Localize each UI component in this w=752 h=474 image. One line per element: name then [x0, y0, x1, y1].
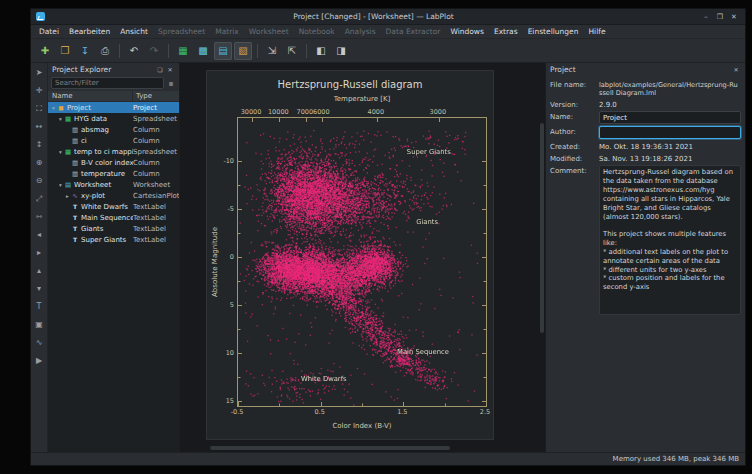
- filter-options-icon[interactable]: ≣: [166, 78, 176, 88]
- annotation-white-dwarfs[interactable]: White Dwarfs: [301, 375, 347, 383]
- tree-row-temperature[interactable]: ▥temperatureColumn: [48, 168, 179, 179]
- auto-scale-tool-icon[interactable]: ⤢: [33, 192, 46, 205]
- menu-worksheet[interactable]: Worksheet: [244, 27, 294, 36]
- menu-windows[interactable]: Windows: [445, 27, 488, 36]
- column-header-type[interactable]: Type: [133, 91, 179, 101]
- new-worksheet-button[interactable]: ▤: [214, 42, 232, 60]
- new-spreadsheet-button[interactable]: ▦: [174, 42, 192, 60]
- menu-bearbeiten[interactable]: Bearbeiten: [64, 27, 115, 36]
- tree-row-ci[interactable]: ▥ciColumn: [48, 135, 179, 146]
- titlebar[interactable]: Project [Changed] - [Worksheet] — LabPlo…: [31, 9, 745, 25]
- name-input[interactable]: Project: [599, 111, 741, 124]
- properties-header[interactable]: Project ✕: [546, 63, 745, 76]
- new-notebook-button[interactable]: ▧: [234, 42, 252, 60]
- column-header-name[interactable]: Name: [48, 91, 133, 101]
- close-button[interactable]: ✕: [728, 11, 740, 23]
- search-filter-input[interactable]: Search/Filter: [51, 77, 164, 89]
- shift-down-tool-icon[interactable]: ▾: [33, 282, 46, 295]
- maximize-button[interactable]: ❒: [714, 11, 726, 23]
- menu-ansicht[interactable]: Ansicht: [115, 27, 153, 36]
- zoom-in-tool-icon[interactable]: ⊕: [33, 156, 46, 169]
- menu-spreadsheet[interactable]: Spreadsheet: [153, 27, 210, 36]
- float-dock-icon[interactable]: ❏: [155, 65, 165, 75]
- annotation-super-giants[interactable]: Super Giants: [407, 148, 451, 156]
- menu-hilfe[interactable]: Hilfe: [583, 27, 610, 36]
- tree-row-giants[interactable]: TGiantsTextLabel: [48, 223, 179, 234]
- zoom-select-tool-icon[interactable]: ⛶: [33, 102, 46, 115]
- auto-scale-x-tool-icon[interactable]: ⇿: [33, 210, 46, 223]
- tree-row-b-v-color-index[interactable]: ▥B-V color indexColumn: [48, 157, 179, 168]
- menu-extras[interactable]: Extras: [489, 27, 523, 36]
- tick-label: 15: [214, 397, 234, 405]
- scatter-canvas[interactable]: [238, 118, 486, 406]
- menu-data-extractor[interactable]: Data Extractor: [381, 27, 446, 36]
- tree-row-worksheet[interactable]: ▾▤WorksheetWorksheet: [48, 179, 179, 190]
- minimize-button[interactable]: –: [700, 11, 712, 23]
- zoom-out-tool-icon[interactable]: ⊖: [33, 174, 46, 187]
- tree-header: Name Type: [48, 91, 179, 102]
- tree-row-xy-plot[interactable]: ▸∿xy-plotCartesianPlot: [48, 190, 179, 201]
- save-project-button[interactable]: ↧: [76, 42, 94, 60]
- menu-datei[interactable]: Datei: [34, 27, 64, 36]
- expander-icon: [64, 127, 71, 133]
- toggle-project-explorer-button[interactable]: ◧: [312, 42, 330, 60]
- expander-icon[interactable]: ▾: [50, 105, 57, 111]
- tree-row-absmag[interactable]: ▥absmagColumn: [48, 124, 179, 135]
- tree-row-main-sequence[interactable]: TMain SequenceTextLabel: [48, 212, 179, 223]
- close-dock-icon[interactable]: ✕: [731, 65, 741, 75]
- zoom-y-tool-icon[interactable]: ↕: [33, 138, 46, 151]
- expander-icon[interactable]: ▾: [57, 116, 64, 122]
- plot-area[interactable]: [237, 117, 487, 407]
- expander-icon[interactable]: ▸: [64, 193, 71, 199]
- select-tool-icon[interactable]: ➤: [33, 66, 46, 79]
- new-matrix-button[interactable]: ▩: [194, 42, 212, 60]
- add-curve-tool-icon[interactable]: ∿: [33, 336, 46, 349]
- tree-row-super-giants[interactable]: TSuper GiantsTextLabel: [48, 234, 179, 245]
- undo-button[interactable]: ↶: [125, 42, 143, 60]
- field-created: Created: Mo. Okt. 18 19:36:31 2021: [550, 141, 741, 151]
- open-project-button[interactable]: ❐: [56, 42, 74, 60]
- tree-row-white-dwarfs[interactable]: TWhite DwarfsTextLabel: [48, 201, 179, 212]
- spreadsheet-icon: ▦: [64, 148, 72, 156]
- tree-row-project[interactable]: ▾◼ProjectProject: [48, 102, 179, 113]
- author-input[interactable]: [599, 126, 741, 139]
- expander-icon: [64, 171, 71, 177]
- chart-title[interactable]: Hertzsprung-Russell diagram: [207, 79, 493, 90]
- properties-form: File name: labplot/examples/General/Hert…: [546, 76, 745, 318]
- redo-button[interactable]: ↷: [145, 42, 163, 60]
- text-icon: T: [71, 236, 79, 244]
- expander-icon[interactable]: ▾: [57, 182, 64, 188]
- project-explorer-header[interactable]: Project Explorer ❏ ✕: [48, 63, 179, 76]
- name-label: Name:: [550, 111, 596, 121]
- worksheet-view[interactable]: Hertzsprung-Russell diagram Temperature …: [180, 63, 545, 452]
- expander-icon[interactable]: ▾: [57, 149, 64, 155]
- toggle-properties-explorer-button[interactable]: ◨: [332, 42, 350, 60]
- expander-icon: [64, 204, 71, 210]
- tree-row-temp-to-ci-mapping[interactable]: ▾▦temp to ci mappingSpreadsheet: [48, 146, 179, 157]
- new-project-button[interactable]: ✚: [36, 42, 54, 60]
- add-text-label-tool-icon[interactable]: T: [33, 300, 46, 313]
- annotation-giants[interactable]: Giants: [416, 218, 438, 226]
- menu-analysis[interactable]: Analysis: [340, 27, 381, 36]
- crosshair-tool-icon[interactable]: ✛: [33, 84, 46, 97]
- annotation-main-sequence[interactable]: Main Sequence: [397, 348, 449, 356]
- export-button[interactable]: ⇱: [283, 42, 301, 60]
- menu-matrix[interactable]: Matrix: [210, 27, 244, 36]
- menu-einstellungen[interactable]: Einstellungen: [523, 27, 584, 36]
- close-dock-icon[interactable]: ✕: [165, 65, 175, 75]
- comment-box[interactable]: Hertzsprung-Russel diagram based on the …: [599, 165, 741, 315]
- worksheet-page[interactable]: Hertzsprung-Russell diagram Temperature …: [206, 70, 494, 440]
- import-button[interactable]: ⇲: [263, 42, 281, 60]
- print-button[interactable]: ⎙: [96, 42, 114, 60]
- tick-label: 6000: [313, 108, 330, 116]
- tree-row-hyg-data[interactable]: ▾▦HYG dataSpreadsheet: [48, 113, 179, 124]
- vertical-scrollbar[interactable]: [540, 123, 544, 333]
- presenter-mode-tool-icon[interactable]: ▶: [33, 354, 46, 367]
- zoom-x-tool-icon[interactable]: ↔: [33, 120, 46, 133]
- shift-up-tool-icon[interactable]: ▴: [33, 264, 46, 277]
- horizontal-scrollbar[interactable]: [210, 446, 450, 450]
- menu-notebook[interactable]: Notebook: [294, 27, 340, 36]
- shift-left-tool-icon[interactable]: ◂: [33, 228, 46, 241]
- shift-right-tool-icon[interactable]: ▸: [33, 246, 46, 259]
- add-image-tool-icon[interactable]: ▣: [33, 318, 46, 331]
